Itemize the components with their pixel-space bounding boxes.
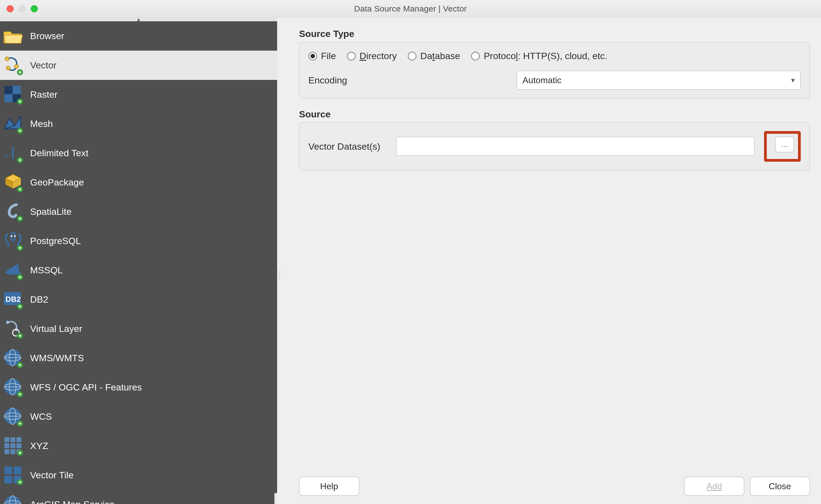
svg-rect-71	[10, 437, 15, 442]
sidebar-item-xyz[interactable]: XYZ	[0, 431, 277, 460]
radio-icon	[471, 52, 480, 60]
svg-rect-33	[20, 247, 21, 249]
svg-point-0	[5, 57, 9, 61]
virtual-icon	[3, 318, 24, 339]
encoding-row: Encoding Automatic ▾	[308, 71, 801, 90]
svg-text:DB2: DB2	[5, 295, 21, 303]
radio-label: Database	[420, 51, 460, 61]
title-bar: Data Source Manager | Vector	[0, 0, 821, 18]
source-type-radio-directory[interactable]: Directory	[347, 51, 397, 61]
svg-rect-73	[4, 443, 9, 448]
traffic-lights	[0, 5, 38, 12]
encoding-value: Automatic	[522, 75, 561, 85]
svg-rect-72	[16, 437, 21, 442]
globe2-icon	[3, 377, 24, 398]
radio-label: Protocol: HTTP(S), cloud, etc.	[484, 51, 607, 61]
sidebar-item-label: PostgreSQL	[30, 236, 81, 246]
svg-point-1	[15, 65, 18, 68]
sidebar-item-label: Delimited Text	[30, 148, 88, 158]
browse-button[interactable]: …	[775, 137, 794, 152]
encoding-select[interactable]: Automatic ▾	[516, 71, 801, 90]
sidebar-item-delimited-text[interactable]: ,Delimited Text	[0, 138, 277, 168]
minimize-window-icon[interactable]	[19, 5, 26, 12]
svg-rect-62	[20, 393, 21, 396]
svg-rect-6	[4, 86, 13, 94]
sidebar-item-arcgis-map-service[interactable]: ArcGIS Map Service	[0, 490, 277, 504]
splitter-handle[interactable]	[277, 18, 283, 504]
sidebar-item-wcs[interactable]: WCS	[0, 402, 277, 431]
svg-rect-83	[14, 467, 21, 474]
close-window-icon[interactable]	[7, 5, 14, 12]
sidebar-item-raster[interactable]: Raster	[0, 80, 277, 109]
svg-rect-84	[4, 476, 12, 483]
svg-rect-17	[20, 129, 21, 132]
close-button[interactable]: Close	[750, 477, 810, 496]
vectortile-icon	[3, 465, 24, 486]
sidebar-item-label: Browser	[30, 31, 64, 41]
svg-rect-25	[20, 188, 21, 191]
sidebar-item-mssql[interactable]: MSSQL	[0, 256, 277, 285]
globe-icon	[3, 348, 24, 369]
sidebar-item-vector[interactable]: Vector	[0, 51, 277, 80]
sidebar-item-wms-wmts[interactable]: WMS/WMTS	[0, 343, 277, 373]
svg-rect-88	[20, 481, 21, 483]
sidebar-item-label: Mesh	[30, 118, 53, 129]
browse-highlight: …	[764, 131, 801, 162]
arcgis-icon	[3, 494, 24, 504]
zoom-window-icon[interactable]	[31, 5, 38, 12]
svg-point-2	[6, 66, 10, 70]
source-type-radio-protocol[interactable]: Protocol: HTTP(S), cloud, etc.	[471, 51, 607, 61]
sidebar-item-virtual-layer[interactable]: Virtual Layer	[0, 314, 277, 343]
source-title: Source	[299, 109, 810, 120]
sidebar-item-browser[interactable]: Browser	[0, 21, 277, 51]
help-button[interactable]: Help	[299, 477, 359, 496]
svg-rect-69	[20, 422, 21, 425]
globe3-icon	[3, 406, 24, 427]
spatialite-icon	[3, 201, 24, 222]
body: ▲ BrowserVectorRasterMesh,Delimited Text…	[0, 18, 821, 504]
sidebar-item-spatialite[interactable]: SpatiaLite	[0, 197, 277, 226]
svg-point-42	[6, 321, 9, 324]
sidebar-item-mesh[interactable]: Mesh	[0, 109, 277, 138]
svg-rect-19	[12, 147, 14, 159]
svg-rect-41	[20, 305, 21, 308]
sidebar-item-label: GeoPackage	[30, 177, 84, 188]
xyz-icon	[3, 436, 24, 456]
footer: Help Add Close	[299, 471, 810, 496]
source-type-group: FileDirectoryDatabaseProtocol: HTTP(S), …	[299, 42, 810, 99]
sidebar-scroll-up[interactable]: ▲	[0, 18, 277, 21]
svg-rect-76	[4, 449, 9, 454]
sidebar-item-geopackage[interactable]: GeoPackage	[0, 168, 277, 197]
svg-rect-7	[13, 86, 21, 94]
source-group: Vector Dataset(s) …	[299, 122, 810, 170]
svg-rect-70	[4, 437, 9, 442]
svg-rect-77	[10, 449, 15, 454]
sidebar-item-label: Vector	[30, 60, 56, 71]
source-type-title: Source Type	[299, 28, 810, 39]
dataset-input[interactable]	[396, 137, 755, 156]
sidebar-item-label: Raster	[30, 89, 57, 100]
add-button[interactable]: Add	[684, 477, 744, 496]
vector-icon	[3, 55, 24, 76]
radio-icon	[347, 52, 356, 60]
svg-rect-82	[4, 467, 12, 474]
radio-label: Directory	[360, 51, 397, 61]
sidebar-item-label: XYZ	[30, 441, 48, 451]
sidebar-item-label: Virtual Layer	[30, 323, 82, 334]
dataset-row: Vector Dataset(s) …	[308, 131, 801, 162]
sidebar-items: BrowserVectorRasterMesh,Delimited TextGe…	[0, 21, 277, 504]
postgres-icon	[3, 231, 24, 251]
raster-icon	[3, 84, 24, 105]
svg-text:,: ,	[4, 143, 8, 159]
source-type-radio-database[interactable]: Database	[408, 51, 460, 61]
sidebar-item-label: DB2	[30, 294, 48, 305]
sidebar-item-vector-tile[interactable]: Vector Tile	[0, 460, 277, 490]
source-type-radio-file[interactable]: File	[308, 51, 336, 61]
sidebar-item-postgresql[interactable]: PostgreSQL	[0, 226, 277, 256]
sidebar-item-label: WFS / OGC API - Features	[30, 382, 142, 393]
sidebar-item-wfs-ogc-api-features[interactable]: WFS / OGC API - Features	[0, 373, 277, 402]
svg-point-29	[11, 235, 12, 237]
dataset-label: Vector Dataset(s)	[308, 141, 389, 152]
sidebar-item-label: Vector Tile	[30, 470, 74, 480]
sidebar-item-db2[interactable]: DB2DB2	[0, 285, 277, 314]
